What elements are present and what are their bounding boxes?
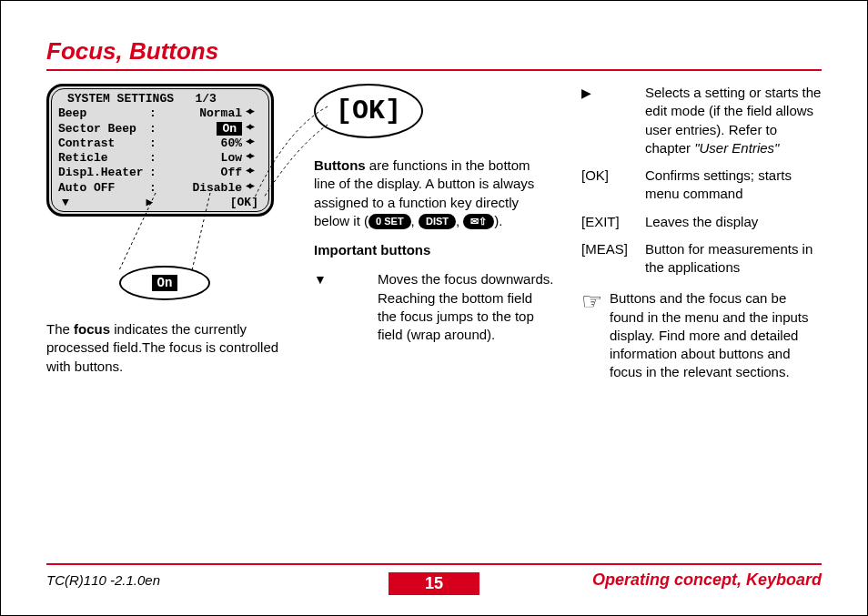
keycap-0set: 0 SET [368,214,411,229]
lcd-label: Reticle [58,151,149,166]
def-meas-key: [MEAS] [581,240,636,278]
lcd-label: Sector Beep [58,122,149,136]
footer-chapter: Operating concept, Keyboard [434,571,822,590]
focus-paragraph: The focus indicates the currently proces… [46,320,287,376]
def-exit-key: [EXIT] [581,213,636,231]
focus-zoom-value: On [152,275,178,292]
page-title: Focus, Buttons [46,37,822,66]
lcd-label: Displ.Heater [58,166,149,180]
footer-doc-id: TC(R)110 -2.1.0en [46,572,434,588]
right-description: Selects a setting or starts the edit mod… [645,84,822,157]
def-ok-val: Confirms settings; starts menu command [645,167,822,204]
keycap-dist: DIST [419,214,456,229]
down-triangle-icon: ▼ [314,271,327,288]
focus-zoom-callout: On [119,266,210,300]
lcd-header: SYSTEM SETTINGS 1/3 [58,92,262,106]
lcd-label: Auto OFF [58,181,149,196]
lcd-value: On [160,122,246,136]
down-description: Moves the focus downwards. Reaching the … [378,270,554,344]
important-buttons-heading: Important buttons [314,242,430,258]
def-meas-val: Button for measurements in the applicati… [645,240,822,278]
hand-note-paragraph: Buttons and the focus can be found in th… [610,289,822,381]
lcd-label: Contrast [58,136,149,151]
lcd-right-arrow: ▶ [146,196,153,210]
lcd-down-arrow: ▼ [62,196,69,210]
page-number: 15 [389,572,479,595]
keycap-mail: ✉⇧ [463,214,494,229]
lcd-display: SYSTEM SETTINGS 1/3 Beep:Normal◀▶ Sector… [46,84,274,217]
lcd-label: Beep [58,106,149,121]
lcd-value: Off [160,166,246,180]
lcd-value: 60% [160,136,246,151]
def-ok-key: [OK] [581,167,636,204]
pointing-hand-icon: ☞ [581,289,602,381]
lcd-value: Normal [160,106,246,121]
right-triangle-icon: ▶ [581,85,591,102]
lcd-value: Low [160,151,246,166]
def-exit-val: Leaves the display [645,213,822,231]
lcd-value: Disable [160,181,246,196]
buttons-paragraph: Buttons are functions in the bottom line… [314,157,554,230]
